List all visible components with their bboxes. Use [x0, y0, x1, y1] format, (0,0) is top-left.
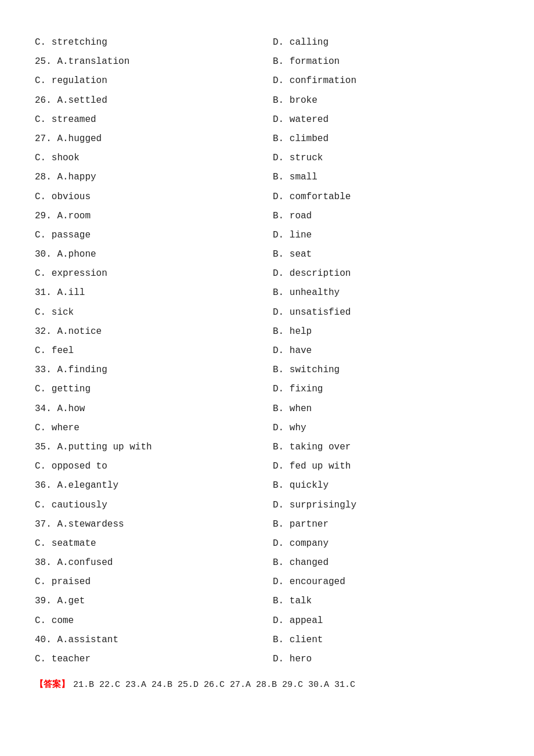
list-item: C. feel — [35, 343, 267, 359]
list-item: D. fixing — [267, 381, 499, 397]
list-item: B. quickly — [267, 478, 499, 494]
list-item: B. seat — [267, 247, 499, 262]
list-item: B. talk — [267, 593, 499, 609]
list-item: C. stretching — [35, 35, 267, 51]
answer-label: 【答案】 — [35, 678, 70, 693]
table-row: C. gettingD. fixing — [35, 381, 499, 397]
list-item: D. calling — [267, 35, 499, 51]
table-row: C. opposed toD. fed up with — [35, 459, 499, 474]
list-item: D. company — [267, 536, 499, 552]
list-item: D. watered — [267, 112, 499, 128]
list-item: 34. A.how — [35, 401, 267, 417]
table-row: C. expressionD. description — [35, 266, 499, 282]
list-item: B. climbed — [267, 131, 499, 147]
table-row: 30. A.phoneB. seat — [35, 247, 499, 262]
list-item: 25. A.translation — [35, 54, 267, 70]
list-item: 39. A.get — [35, 593, 267, 609]
list-item: 27. A.hugged — [35, 131, 267, 147]
list-item: B. broke — [267, 93, 499, 109]
table-row: 37. A.stewardessB. partner — [35, 517, 499, 532]
list-item: D. encouraged — [267, 574, 499, 590]
list-item: D. appeal — [267, 613, 499, 629]
table-row: 36. A.elegantlyB. quickly — [35, 478, 499, 494]
list-item: C. opposed to — [35, 459, 267, 474]
table-row: 28. A.happyB. small — [35, 170, 499, 185]
list-item: B. road — [267, 208, 499, 224]
list-item: C. teacher — [35, 651, 267, 667]
answer-line: 【答案】 21.B 22.C 23.A 24.B 25.D 26.C 27.A … — [35, 678, 499, 693]
list-item: C. regulation — [35, 73, 267, 89]
list-item: C. where — [35, 420, 267, 436]
list-item: B. when — [267, 401, 499, 417]
list-item: B. switching — [267, 362, 499, 378]
list-item: C. seatmate — [35, 536, 267, 552]
table-row: 38. A.confusedB. changed — [35, 555, 499, 571]
table-row: 32. A.noticeB. help — [35, 324, 499, 340]
list-item: 31. A.ill — [35, 285, 267, 301]
list-item: B. partner — [267, 517, 499, 532]
list-item: D. confirmation — [267, 73, 499, 89]
list-item: 32. A.notice — [35, 324, 267, 340]
table-row: C. praisedD. encouraged — [35, 574, 499, 590]
table-row: 26. A.settledB. broke — [35, 93, 499, 109]
list-item: D. have — [267, 343, 499, 359]
list-item: C. come — [35, 613, 267, 629]
main-content: C. stretchingD. calling25. A.translation… — [35, 35, 499, 693]
table-row: C. whereD. why — [35, 420, 499, 436]
answer-text: 21.B 22.C 23.A 24.B 25.D 26.C 27.A 28.B … — [73, 678, 355, 693]
table-row: 33. A.findingB. switching — [35, 362, 499, 378]
table-row: 34. A.howB. when — [35, 401, 499, 417]
table-row: 31. A.illB. unhealthy — [35, 285, 499, 301]
table-row: 40. A.assistantB. client — [35, 632, 499, 648]
table-row: C. obviousD. comfortable — [35, 189, 499, 205]
rows-container: C. stretchingD. calling25. A.translation… — [35, 35, 499, 667]
list-item: B. small — [267, 170, 499, 185]
list-item: 35. A.putting up with — [35, 440, 267, 455]
table-row: C. stretchingD. calling — [35, 35, 499, 51]
table-row: C. shookD. struck — [35, 150, 499, 166]
table-row: C. streamedD. watered — [35, 112, 499, 128]
list-item: 29. A.room — [35, 208, 267, 224]
list-item: 38. A.confused — [35, 555, 267, 571]
list-item: B. client — [267, 632, 499, 648]
list-item: C. sick — [35, 305, 267, 321]
list-item: B. help — [267, 324, 499, 340]
table-row: 25. A.translationB. formation — [35, 54, 499, 70]
table-row: 29. A.roomB. road — [35, 208, 499, 224]
list-item: 37. A.stewardess — [35, 517, 267, 532]
list-item: C. shook — [35, 150, 267, 166]
list-item: C. obvious — [35, 189, 267, 205]
list-item: D. fed up with — [267, 459, 499, 474]
list-item: D. hero — [267, 651, 499, 667]
list-item: C. cautiously — [35, 498, 267, 513]
list-item: D. struck — [267, 150, 499, 166]
table-row: 35. A.putting up withB. taking over — [35, 440, 499, 455]
list-item: 40. A.assistant — [35, 632, 267, 648]
table-row: C. teacherD. hero — [35, 651, 499, 667]
list-item: C. streamed — [35, 112, 267, 128]
list-item: D. unsatisfied — [267, 305, 499, 321]
list-item: D. description — [267, 266, 499, 282]
list-item: D. line — [267, 228, 499, 243]
list-item: 33. A.finding — [35, 362, 267, 378]
list-item: C. passage — [35, 228, 267, 243]
list-item: C. getting — [35, 381, 267, 397]
list-item: B. formation — [267, 54, 499, 70]
table-row: C. regulationD. confirmation — [35, 73, 499, 89]
table-row: 27. A.huggedB. climbed — [35, 131, 499, 147]
table-row: C. comeD. appeal — [35, 613, 499, 629]
list-item: B. taking over — [267, 440, 499, 455]
table-row: C. feelD. have — [35, 343, 499, 359]
table-row: 39. A.getB. talk — [35, 593, 499, 609]
list-item: B. changed — [267, 555, 499, 571]
list-item: D. surprisingly — [267, 498, 499, 513]
list-item: D. comfortable — [267, 189, 499, 205]
list-item: 36. A.elegantly — [35, 478, 267, 494]
list-item: 30. A.phone — [35, 247, 267, 262]
table-row: C. cautiouslyD. surprisingly — [35, 498, 499, 513]
table-row: C. sickD. unsatisfied — [35, 305, 499, 321]
list-item: B. unhealthy — [267, 285, 499, 301]
list-item: 26. A.settled — [35, 93, 267, 109]
list-item: C. praised — [35, 574, 267, 590]
list-item: D. why — [267, 420, 499, 436]
